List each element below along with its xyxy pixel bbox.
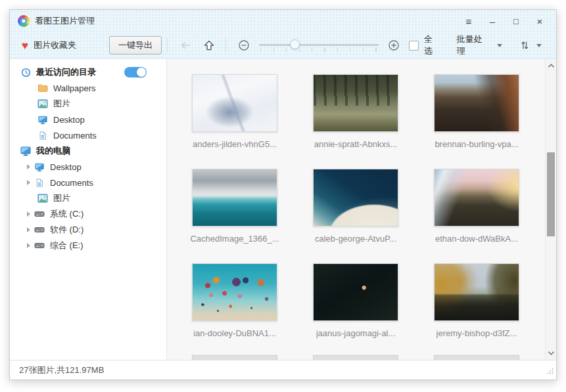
- sidebar-item-label: Desktop: [53, 115, 85, 125]
- toolbar-favorites-section: ♥ 图片收藏夹 一键导出: [10, 36, 167, 54]
- chevron-down-icon[interactable]: [497, 44, 502, 47]
- zoom-out-icon[interactable]: [235, 37, 252, 54]
- expand-caret-icon[interactable]: [27, 164, 30, 169]
- sidebar-item-pictures[interactable]: 图片: [10, 190, 166, 206]
- sidebar-section-label: 最近访问的目录: [36, 66, 96, 78]
- sidebar-item-drive-d[interactable]: 软件 (D:): [10, 222, 166, 238]
- sidebar-item-pictures[interactable]: 图片: [10, 96, 166, 112]
- zoom-in-icon[interactable]: [385, 37, 402, 54]
- sidebar-item-label: Wallpapers: [53, 83, 96, 93]
- sidebar-section-recent[interactable]: 最近访问的目录: [10, 64, 166, 80]
- scrollbar-thumb[interactable]: [547, 152, 555, 236]
- image-thumbnail-partial[interactable]: [313, 355, 398, 360]
- grid-item[interactable]: caleb-george-AtvuP...: [295, 169, 416, 263]
- image-icon: [37, 193, 48, 204]
- image-filename: ethan-dow-dWaBkA...: [435, 234, 518, 244]
- image-thumbnail-partial[interactable]: [434, 355, 519, 360]
- maximize-icon[interactable]: □: [506, 12, 526, 30]
- select-all-label[interactable]: 全选: [424, 33, 441, 57]
- document-icon: [37, 130, 48, 141]
- sort-button[interactable]: [519, 40, 530, 51]
- status-bar: 27张图片,共121.97MB: [10, 360, 556, 380]
- title-bar[interactable]: 看图王图片管理 ≡ – □ ×: [10, 10, 556, 32]
- grid-item[interactable]: annie-spratt-Abnkxs...: [295, 74, 416, 169]
- zoom-slider-track[interactable]: [259, 44, 379, 46]
- close-icon[interactable]: ×: [530, 12, 550, 30]
- sidebar-item-drive-c[interactable]: 系统 (C:): [10, 206, 166, 222]
- favorites-label[interactable]: 图片收藏夹: [34, 39, 109, 51]
- clock-icon: [20, 67, 31, 77]
- grid-item[interactable]: ethan-dow-dWaBkA...: [416, 169, 537, 263]
- partially-visible-row: [167, 355, 545, 360]
- sidebar-item-label: 系统 (C:): [50, 208, 83, 220]
- image-thumbnail[interactable]: [434, 263, 519, 321]
- zoom-slider[interactable]: [259, 37, 379, 54]
- image-icon: [37, 98, 48, 109]
- sidebar-item-desktop[interactable]: Desktop: [10, 159, 166, 175]
- zoom-slider-thumb[interactable]: [290, 39, 300, 49]
- resize-grip-icon[interactable]: [547, 365, 554, 377]
- expand-caret-icon[interactable]: [27, 243, 30, 248]
- image-thumbnail[interactable]: [434, 74, 519, 132]
- image-thumbnail[interactable]: [192, 263, 277, 321]
- expand-caret-icon[interactable]: [27, 180, 30, 185]
- image-thumbnail-partial[interactable]: [192, 355, 277, 360]
- heart-icon: ♥: [22, 40, 28, 51]
- folder-sidebar: 最近访问的目录 Wallpapers 图片 Desktop: [10, 59, 167, 360]
- status-text: 27张图片,共121.97MB: [19, 364, 104, 376]
- sidebar-item-documents[interactable]: Documents: [10, 175, 166, 190]
- sidebar-item-label: Desktop: [50, 162, 82, 172]
- vertical-scrollbar[interactable]: [545, 59, 556, 360]
- sidebar-item-documents[interactable]: Documents: [10, 127, 166, 143]
- image-grid: anders-jilden-vhnG5... annie-spratt-Abnk…: [167, 59, 556, 358]
- grid-item[interactable]: anders-jilden-vhnG5...: [174, 74, 295, 169]
- image-filename: ian-dooley-DuBNA1...: [193, 328, 276, 338]
- sidebar-item-drive-e[interactable]: 综合 (E:): [10, 238, 166, 253]
- monitor-icon: [37, 114, 48, 125]
- select-all-checkbox[interactable]: [409, 41, 419, 51]
- expand-caret-icon[interactable]: [27, 227, 30, 232]
- image-thumbnail[interactable]: [313, 169, 398, 227]
- toolbar-actions-section: 全选 批量处理: [409, 33, 556, 57]
- app-logo-icon: [18, 15, 30, 27]
- image-thumbnail[interactable]: [313, 263, 398, 321]
- sidebar-item-wallpapers[interactable]: Wallpapers: [10, 80, 166, 96]
- window-title: 看图王图片管理: [35, 15, 459, 27]
- app-window: 看图王图片管理 ≡ – □ × ♥ 图片收藏夹 一键导出: [9, 9, 557, 380]
- sidebar-item-label: 软件 (D:): [50, 224, 83, 236]
- sidebar-section-label: 我的电脑: [36, 145, 70, 157]
- grid-item[interactable]: CachedImage_1366_...: [174, 169, 295, 263]
- chevron-down-icon[interactable]: [536, 44, 542, 47]
- grid-item[interactable]: jeremy-bishop-d3fZ...: [416, 263, 537, 358]
- sort-icon: [519, 40, 530, 51]
- drive-icon: [34, 209, 45, 219]
- batch-process-button[interactable]: 批量处理: [457, 33, 490, 57]
- image-thumbnail[interactable]: [313, 74, 398, 132]
- recent-toggle-switch[interactable]: [124, 67, 147, 77]
- sidebar-section-computer[interactable]: 我的电脑: [10, 143, 166, 159]
- sidebar-item-label: Documents: [53, 131, 97, 141]
- scrollbar-down-icon[interactable]: [546, 348, 556, 359]
- export-button[interactable]: 一键导出: [109, 36, 162, 54]
- minimize-icon[interactable]: –: [483, 12, 502, 30]
- image-filename: CachedImage_1366_...: [190, 234, 279, 244]
- image-thumbnail[interactable]: [434, 169, 519, 227]
- image-thumbnail[interactable]: [192, 169, 277, 227]
- grid-item[interactable]: ian-dooley-DuBNA1...: [174, 263, 295, 358]
- zoom-slider-ticks: [260, 48, 377, 52]
- sidebar-item-label: Documents: [50, 178, 93, 188]
- expand-caret-icon[interactable]: [27, 211, 30, 217]
- grid-item[interactable]: brennan-burling-vpa...: [416, 74, 537, 169]
- up-level-icon[interactable]: [200, 37, 218, 54]
- menu-icon[interactable]: ≡: [459, 12, 479, 30]
- sidebar-item-label: 图片: [53, 192, 70, 204]
- image-thumbnail[interactable]: [192, 74, 277, 132]
- computer-icon: [20, 146, 31, 156]
- scrollbar-up-icon[interactable]: [546, 60, 556, 71]
- drive-icon: [34, 225, 45, 235]
- grid-item[interactable]: jaanus-jagomagi-al...: [295, 263, 416, 358]
- image-grid-panel: anders-jilden-vhnG5... annie-spratt-Abnk…: [167, 59, 556, 360]
- back-icon[interactable]: [177, 37, 194, 54]
- sidebar-item-desktop[interactable]: Desktop: [10, 112, 166, 127]
- folder-icon: [37, 83, 48, 93]
